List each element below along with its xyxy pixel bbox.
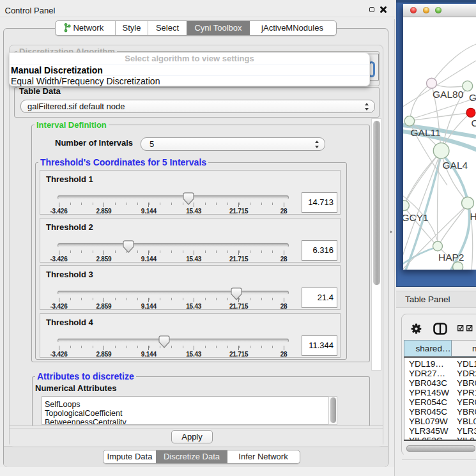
svg-text:H: H bbox=[470, 211, 476, 222]
svg-text:GAL4: GAL4 bbox=[443, 160, 468, 171]
svg-text:GAL80: GAL80 bbox=[433, 89, 464, 100]
svg-text:GAL11: GAL11 bbox=[411, 127, 441, 138]
svg-text:C: C bbox=[472, 118, 476, 128]
svg-text:HAP2: HAP2 bbox=[438, 252, 464, 263]
svg-text:GA: GA bbox=[469, 92, 476, 103]
svg-text:GCY1: GCY1 bbox=[403, 212, 429, 223]
